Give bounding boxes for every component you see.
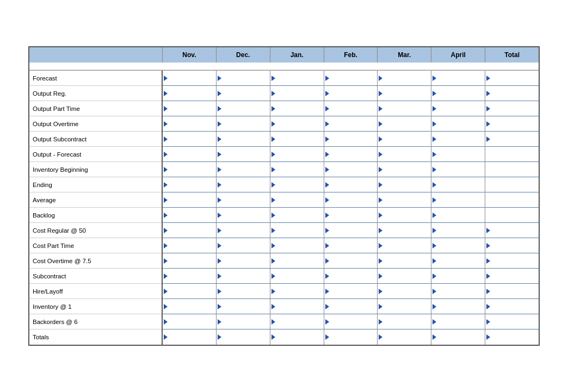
- cell-feb-output-overtime[interactable]: [324, 116, 378, 132]
- cell-april-forecast[interactable]: [431, 71, 485, 86]
- cell-nov-forecast[interactable]: [163, 71, 216, 86]
- cell-april-hire-layoff[interactable]: [431, 284, 485, 299]
- cell-nov-totals[interactable]: [163, 329, 216, 345]
- cell-jan-hire-layoff[interactable]: [270, 284, 324, 299]
- cell-nov-backorders[interactable]: [163, 314, 216, 329]
- cell-total-cost-regular[interactable]: [485, 223, 539, 238]
- cell-april-cost-overtime[interactable]: [431, 253, 485, 269]
- cell-total-output-forecast[interactable]: [485, 147, 539, 162]
- cell-nov-output-reg[interactable]: [163, 86, 216, 101]
- cell-nov-subcontract[interactable]: [163, 269, 216, 284]
- cell-total-output-reg[interactable]: [485, 86, 539, 101]
- cell-mar-inventory-beginning[interactable]: [378, 162, 431, 177]
- cell-april-average[interactable]: [431, 192, 485, 208]
- cell-april-cost-part-time[interactable]: [431, 238, 485, 253]
- cell-dec-cost-regular[interactable]: [217, 223, 270, 238]
- cell-total-cost-overtime[interactable]: [485, 253, 539, 269]
- cell-dec-forecast[interactable]: [217, 71, 270, 86]
- cell-feb-output-part-time[interactable]: [324, 101, 378, 116]
- cell-dec-output-part-time[interactable]: [217, 101, 270, 116]
- cell-feb-inventory-beginning[interactable]: [324, 162, 378, 177]
- cell-mar-output-reg[interactable]: [378, 86, 431, 101]
- cell-mar-average[interactable]: [378, 192, 431, 208]
- cell-total-output-subcontract[interactable]: [485, 132, 539, 147]
- cell-nov-output-forecast[interactable]: [163, 147, 216, 162]
- cell-mar-inventory[interactable]: [378, 299, 431, 314]
- cell-total-forecast[interactable]: [485, 71, 539, 86]
- cell-dec-totals[interactable]: [217, 329, 270, 345]
- cell-nov-output-part-time[interactable]: [163, 101, 216, 116]
- cell-april-output-reg[interactable]: [431, 86, 485, 101]
- cell-total-hire-layoff[interactable]: [485, 284, 539, 299]
- cell-feb-cost-part-time[interactable]: [324, 238, 378, 253]
- cell-feb-output-reg[interactable]: [324, 86, 378, 101]
- cell-april-inventory[interactable]: [431, 299, 485, 314]
- cell-april-output-overtime[interactable]: [431, 116, 485, 132]
- cell-dec-output-overtime[interactable]: [217, 116, 270, 132]
- cell-dec-subcontract[interactable]: [217, 269, 270, 284]
- cell-feb-backorders[interactable]: [324, 314, 378, 329]
- cell-jan-output-forecast[interactable]: [270, 147, 324, 162]
- cell-mar-backlog[interactable]: [378, 208, 431, 223]
- cell-nov-inventory[interactable]: [163, 299, 216, 314]
- cell-mar-cost-overtime[interactable]: [378, 253, 431, 269]
- cell-jan-forecast[interactable]: [270, 71, 324, 86]
- cell-feb-output-subcontract[interactable]: [324, 132, 378, 147]
- cell-dec-cost-overtime[interactable]: [217, 253, 270, 269]
- cell-feb-subcontract[interactable]: [324, 269, 378, 284]
- cell-total-backorders[interactable]: [485, 314, 539, 329]
- cell-total-inventory-beginning[interactable]: [485, 162, 539, 177]
- cell-nov-cost-overtime[interactable]: [163, 253, 216, 269]
- cell-mar-forecast[interactable]: [378, 71, 431, 86]
- cell-dec-average[interactable]: [217, 192, 270, 208]
- cell-total-ending[interactable]: [485, 177, 539, 192]
- cell-mar-output-overtime[interactable]: [378, 116, 431, 132]
- cell-jan-ending[interactable]: [270, 177, 324, 192]
- cell-april-subcontract[interactable]: [431, 269, 485, 284]
- cell-nov-backlog[interactable]: [163, 208, 216, 223]
- cell-feb-cost-overtime[interactable]: [324, 253, 378, 269]
- cell-april-output-forecast[interactable]: [431, 147, 485, 162]
- cell-mar-output-forecast[interactable]: [378, 147, 431, 162]
- cell-april-output-part-time[interactable]: [431, 101, 485, 116]
- cell-feb-hire-layoff[interactable]: [324, 284, 378, 299]
- cell-total-inventory[interactable]: [485, 299, 539, 314]
- cell-mar-hire-layoff[interactable]: [378, 284, 431, 299]
- cell-feb-output-forecast[interactable]: [324, 147, 378, 162]
- cell-dec-backlog[interactable]: [217, 208, 270, 223]
- cell-mar-cost-part-time[interactable]: [378, 238, 431, 253]
- cell-dec-hire-layoff[interactable]: [217, 284, 270, 299]
- cell-april-inventory-beginning[interactable]: [431, 162, 485, 177]
- cell-jan-inventory-beginning[interactable]: [270, 162, 324, 177]
- cell-total-output-overtime[interactable]: [485, 116, 539, 132]
- cell-jan-backorders[interactable]: [270, 314, 324, 329]
- cell-nov-cost-regular[interactable]: [163, 223, 216, 238]
- cell-jan-output-reg[interactable]: [270, 86, 324, 101]
- cell-feb-cost-regular[interactable]: [324, 223, 378, 238]
- cell-mar-totals[interactable]: [378, 329, 431, 345]
- cell-feb-average[interactable]: [324, 192, 378, 208]
- cell-dec-output-forecast[interactable]: [217, 147, 270, 162]
- cell-nov-inventory-beginning[interactable]: [163, 162, 216, 177]
- cell-jan-cost-part-time[interactable]: [270, 238, 324, 253]
- cell-april-backorders[interactable]: [431, 314, 485, 329]
- cell-mar-subcontract[interactable]: [378, 269, 431, 284]
- cell-april-backlog[interactable]: [431, 208, 485, 223]
- cell-total-cost-part-time[interactable]: [485, 238, 539, 253]
- cell-dec-backorders[interactable]: [217, 314, 270, 329]
- cell-dec-ending[interactable]: [217, 177, 270, 192]
- cell-dec-output-reg[interactable]: [217, 86, 270, 101]
- cell-feb-backlog[interactable]: [324, 208, 378, 223]
- cell-april-ending[interactable]: [431, 177, 485, 192]
- cell-mar-backorders[interactable]: [378, 314, 431, 329]
- cell-april-output-subcontract[interactable]: [431, 132, 485, 147]
- cell-total-totals[interactable]: [485, 329, 539, 345]
- cell-jan-cost-overtime[interactable]: [270, 253, 324, 269]
- cell-dec-output-subcontract[interactable]: [217, 132, 270, 147]
- cell-total-backlog[interactable]: [485, 208, 539, 223]
- cell-total-subcontract[interactable]: [485, 269, 539, 284]
- cell-feb-totals[interactable]: [324, 329, 378, 345]
- cell-total-average[interactable]: [485, 192, 539, 208]
- cell-jan-backlog[interactable]: [270, 208, 324, 223]
- cell-feb-forecast[interactable]: [324, 71, 378, 86]
